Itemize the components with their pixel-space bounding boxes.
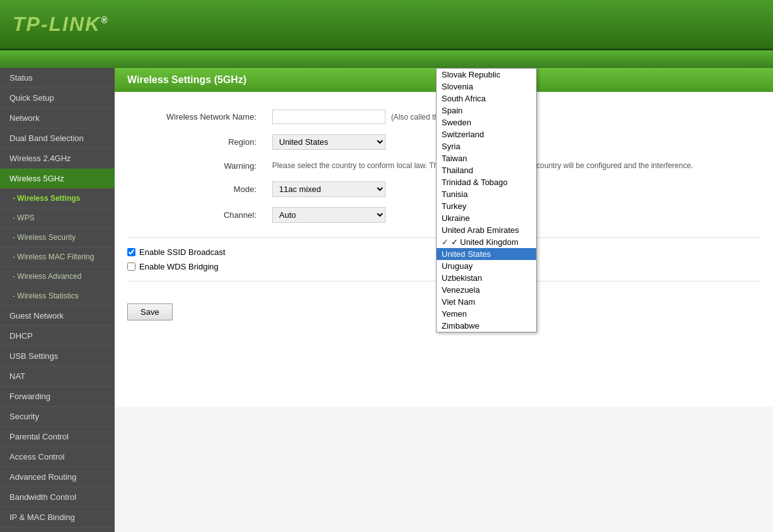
sidebar-item-wireless-stats[interactable]: - Wireless Statistics (0, 286, 115, 306)
logo-text: TP-LINK (13, 13, 101, 35)
logo: TP-LINK® (13, 13, 109, 36)
dropdown-item-slovak-republic[interactable]: Slovak Republic (437, 69, 536, 81)
sidebar-item-wireless-settings[interactable]: - Wireless Settings (0, 189, 115, 208)
dropdown-item-viet-nam[interactable]: Viet Nam (437, 296, 536, 308)
dropdown-item-taiwan[interactable]: Taiwan (437, 152, 536, 164)
mode-label: Mode: (127, 176, 266, 202)
dropdown-item-turkey[interactable]: Turkey (437, 200, 536, 212)
save-button[interactable]: Save (127, 303, 173, 320)
logo-superscript: ® (101, 15, 108, 25)
sub-header-bar (0, 50, 773, 68)
wds-bridging-checkbox[interactable] (127, 263, 135, 271)
dropdown-item-trinidad-tobago[interactable]: Trinidad & Tobago (437, 176, 536, 188)
sidebar-item-network[interactable]: Network (0, 108, 115, 128)
sidebar-item-ip-mac-binding[interactable]: IP & MAC Binding (0, 507, 115, 528)
region-dropdown[interactable]: Slovak RepublicSloveniaSouth AfricaSpain… (436, 68, 537, 332)
channel-select[interactable]: Auto (272, 207, 386, 223)
dropdown-item-united-arab-emirates[interactable]: United Arab Emirates (437, 224, 536, 236)
wds-bridging-label: Enable WDS Bridging (139, 262, 219, 271)
ssid-broadcast-checkbox[interactable] (127, 248, 135, 256)
dropdown-item-thailand[interactable]: Thailand (437, 164, 536, 176)
network-name-input[interactable] (272, 110, 386, 124)
sidebar-item-wireless-mac[interactable]: - Wireless MAC Filtering (0, 247, 115, 267)
dropdown-item-yemen[interactable]: Yemen (437, 308, 536, 320)
dropdown-item-switzerland[interactable]: Switzerland (437, 128, 536, 140)
mode-select[interactable]: 11ac mixed (272, 181, 386, 197)
dropdown-item-uzbekistan[interactable]: Uzbekistan (437, 272, 536, 284)
sidebar-item-parental-control[interactable]: Parental Control (0, 427, 115, 447)
dropdown-item-zimbabwe[interactable]: Zimbabwe (437, 320, 536, 332)
sidebar-item-dhcp[interactable]: DHCP (0, 326, 115, 346)
warning-label: Warning: (127, 155, 266, 176)
dropdown-item-tunisia[interactable]: Tunisia (437, 188, 536, 200)
sidebar-item-wireless-24[interactable]: Wireless 2.4GHz (0, 149, 115, 169)
sidebar-item-quick-setup[interactable]: Quick Setup (0, 88, 115, 108)
sidebar-item-wps[interactable]: - WPS (0, 208, 115, 228)
ssid-broadcast-label: Enable SSID Broadcast (139, 247, 226, 257)
sidebar-item-forwarding[interactable]: Forwarding (0, 387, 115, 407)
region-label: Region: (127, 129, 266, 155)
sidebar-item-bandwidth-control[interactable]: Bandwidth Control (0, 487, 115, 507)
dropdown-item-uruguay[interactable]: Uruguay (437, 260, 536, 272)
sidebar-item-dual-band[interactable]: Dual Band Selection (0, 128, 115, 149)
sidebar-item-access-control[interactable]: Access Control (0, 447, 115, 467)
network-name-label: Wireless Network Name: (127, 105, 266, 129)
sidebar-item-wireless-security[interactable]: - Wireless Security (0, 228, 115, 247)
sidebar-item-nat[interactable]: NAT (0, 366, 115, 387)
dropdown-item-spain[interactable]: Spain (437, 105, 536, 116)
sidebar-item-usb-settings[interactable]: USB Settings (0, 346, 115, 366)
main-layout: StatusQuick SetupNetworkDual Band Select… (0, 68, 773, 532)
sidebar-item-advanced-routing[interactable]: Advanced Routing (0, 467, 115, 487)
sidebar-item-wireless-advanced[interactable]: - Wireless Advanced (0, 267, 115, 286)
dropdown-item-sweden[interactable]: Sweden (437, 116, 536, 128)
main-content: Wireless Settings (5GHz) Wireless Networ… (115, 68, 773, 532)
dropdown-item-united-kingdom[interactable]: ✓ United Kingdom (437, 236, 536, 248)
sidebar: StatusQuick SetupNetworkDual Band Select… (0, 68, 115, 532)
region-select[interactable]: United States (272, 134, 386, 150)
sidebar-item-guest-network[interactable]: Guest Network (0, 306, 115, 326)
dropdown-item-united-states[interactable]: United States (437, 248, 536, 260)
sidebar-item-wireless-5[interactable]: Wireless 5GHz (0, 169, 115, 189)
header: TP-LINK® (0, 0, 773, 50)
dropdown-item-slovenia[interactable]: Slovenia (437, 81, 536, 93)
channel-label: Channel: (127, 202, 266, 228)
sidebar-item-status[interactable]: Status (0, 68, 115, 88)
dropdown-item-south-africa[interactable]: South Africa (437, 93, 536, 105)
dropdown-item-ukraine[interactable]: Ukraine (437, 212, 536, 224)
sidebar-item-dynamic-dns[interactable]: Dynamic DNS (0, 528, 115, 532)
sidebar-item-security[interactable]: Security (0, 407, 115, 427)
dropdown-item-syria[interactable]: Syria (437, 140, 536, 152)
dropdown-item-venezuela[interactable]: Venezuela (437, 284, 536, 296)
